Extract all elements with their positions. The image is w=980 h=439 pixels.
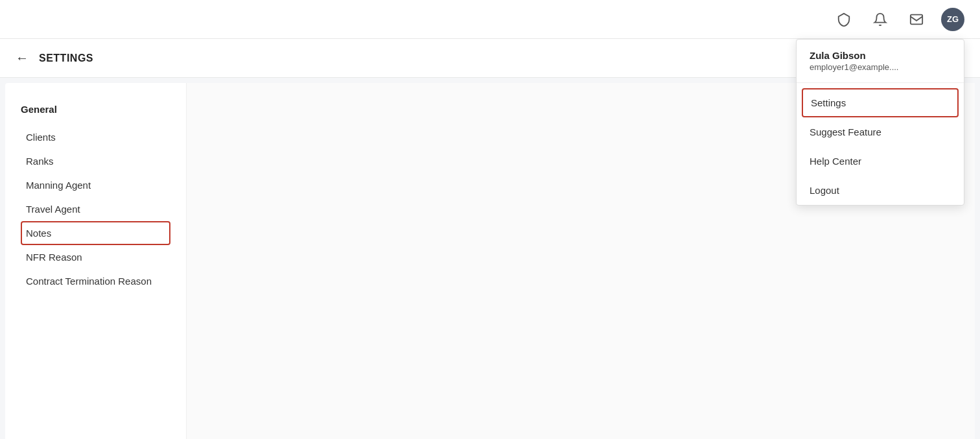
dropdown-user-email: employer1@example.... xyxy=(810,62,951,72)
sidebar-item-clients[interactable]: Clients xyxy=(21,125,170,149)
sidebar-item-travel-agent[interactable]: Travel Agent xyxy=(21,197,170,221)
shield-icon[interactable] xyxy=(832,8,856,31)
back-button[interactable]: ← xyxy=(16,51,29,65)
mail-icon[interactable] xyxy=(905,8,928,31)
sidebar-item-notes[interactable]: Notes xyxy=(21,221,170,245)
top-nav: ZG xyxy=(0,0,980,39)
dropdown-item-suggest-feature[interactable]: Suggest Feature xyxy=(797,117,964,147)
bell-icon[interactable] xyxy=(869,8,892,31)
nav-icons: ZG xyxy=(832,8,964,31)
dropdown-user-info: Zula Gibson employer1@example.... xyxy=(797,40,964,83)
dropdown-item-help-center[interactable]: Help Center xyxy=(797,147,964,176)
sidebar-item-nfr-reason[interactable]: NFR Reason xyxy=(21,245,170,269)
sidebar-item-contract-termination-reason[interactable]: Contract Termination Reason xyxy=(21,269,170,293)
dropdown-item-settings[interactable]: Settings xyxy=(802,88,959,117)
svg-rect-0 xyxy=(911,14,922,24)
user-dropdown: Zula Gibson employer1@example.... Settin… xyxy=(796,39,964,206)
sidebar-item-ranks[interactable]: Ranks xyxy=(21,149,170,173)
sidebar: General Clients Ranks Manning Agent Trav… xyxy=(5,83,187,439)
sidebar-item-manning-agent[interactable]: Manning Agent xyxy=(21,173,170,197)
dropdown-user-name: Zula Gibson xyxy=(810,50,951,61)
page-title: SETTINGS xyxy=(39,53,93,64)
user-avatar[interactable]: ZG xyxy=(941,8,964,31)
nav-section-general: General xyxy=(21,104,170,115)
dropdown-item-logout[interactable]: Logout xyxy=(797,176,964,205)
